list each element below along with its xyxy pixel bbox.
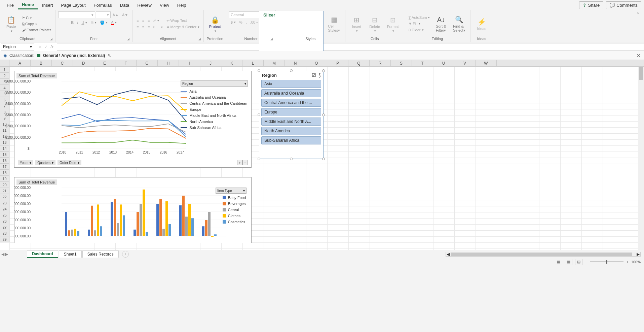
align-middle-button[interactable]: ≡ <box>141 18 146 23</box>
increase-decimal-button[interactable]: .00→ <box>249 20 260 25</box>
tab-formulas[interactable]: Formulas <box>90 1 116 9</box>
col-header[interactable]: V <box>454 60 476 66</box>
zoom-slider[interactable] <box>590 261 623 262</box>
fx-button[interactable]: fx <box>50 44 53 49</box>
chart-filter-orderdate[interactable]: Order Date ▾ <box>58 160 81 165</box>
select-all-corner[interactable] <box>0 60 9 66</box>
chart-filter-years[interactable]: Years ▾ <box>18 160 33 165</box>
row-header[interactable]: 15 <box>0 152 9 158</box>
name-box[interactable]: Region▾ <box>1 43 34 51</box>
row-header[interactable]: 16 <box>0 158 9 164</box>
col-header[interactable]: S <box>391 60 412 66</box>
row-header[interactable]: 13 <box>0 139 9 145</box>
cancel-formula-button[interactable]: ✕ <box>38 44 42 49</box>
col-header[interactable]: H <box>158 60 179 66</box>
slicer-item[interactable]: Europe <box>261 108 321 116</box>
tab-home[interactable]: Home <box>18 1 38 9</box>
align-top-button[interactable]: ≡ <box>135 18 140 23</box>
col-header[interactable]: F <box>115 60 137 66</box>
row-header[interactable]: 1 <box>0 67 9 73</box>
paste-button[interactable]: 📋 Paste <box>3 14 20 33</box>
col-header[interactable]: M <box>264 60 285 66</box>
format-cells-button[interactable]: ⊡Format <box>384 14 401 33</box>
share-button[interactable]: ⇪Share <box>579 1 603 9</box>
row-header[interactable]: 14 <box>0 145 9 152</box>
col-header[interactable]: K <box>221 60 242 66</box>
font-size-combo[interactable]: ▾ <box>96 11 111 18</box>
col-header[interactable]: W <box>476 60 497 66</box>
vertical-scrollbar[interactable] <box>638 67 644 250</box>
slicer-item[interactable]: North America <box>261 127 321 135</box>
row-header[interactable]: 4 <box>0 85 9 91</box>
row-header[interactable]: 11 <box>0 127 9 133</box>
chart-field-dropdown[interactable]: Region▾ <box>181 80 248 87</box>
col-header[interactable]: C <box>52 60 73 66</box>
view-normal-button[interactable]: ▦ <box>555 259 562 265</box>
col-header[interactable]: I <box>179 60 200 66</box>
comments-button[interactable]: 💬Comments <box>606 1 641 9</box>
col-header[interactable]: R <box>370 60 391 66</box>
cell-styles-button[interactable]: ▦CellStyles▾ <box>326 14 342 33</box>
accept-formula-button[interactable]: ✓ <box>44 44 48 49</box>
find-select-button[interactable]: 🔍Find &Select▾ <box>451 14 467 33</box>
row-header[interactable]: 26 <box>0 218 9 224</box>
tab-file[interactable]: File <box>3 1 18 9</box>
fill-button[interactable]: ▼ Fill <box>407 21 431 26</box>
row-header[interactable]: 23 <box>0 200 9 206</box>
slicer-item[interactable]: Middle East and North A... <box>261 118 321 126</box>
tab-pagelayout[interactable]: Page Layout <box>57 1 90 9</box>
chart-expand-button[interactable]: + <box>237 160 242 165</box>
slicer-item[interactable]: Asia <box>261 80 321 88</box>
sheet-nav-prev-button[interactable]: ◀ <box>1 252 4 257</box>
row-header[interactable]: 2 <box>0 73 9 79</box>
row-header[interactable]: 29 <box>0 236 9 242</box>
row-header[interactable]: 24 <box>0 206 9 212</box>
format-painter-button[interactable]: 🖌Format Painter <box>21 27 52 33</box>
chart-filter-quarters[interactable]: Quarters ▾ <box>35 160 55 165</box>
sheet-tab-dashboard[interactable]: Dashboard <box>27 250 58 258</box>
increase-font-button[interactable]: A▲ <box>111 12 120 18</box>
col-header[interactable]: E <box>94 60 115 66</box>
row-header[interactable]: 18 <box>0 170 9 176</box>
sheet-nav-next-button[interactable]: ▶ <box>5 252 8 257</box>
row-header[interactable]: 25 <box>0 212 9 218</box>
zoom-out-button[interactable]: − <box>585 260 587 264</box>
pivot-chart-revenue-by-itemtype[interactable]: Sum of Total Revenue $500,000,000.00 $45… <box>14 177 252 243</box>
orientation-button[interactable]: ⤢ <box>152 18 160 24</box>
row-header[interactable]: 19 <box>0 176 9 182</box>
indent-increase-button[interactable]: ⇥ <box>158 24 164 30</box>
col-header[interactable]: Q <box>348 60 370 66</box>
row-header[interactable]: 27 <box>0 224 9 230</box>
border-button[interactable]: ⊞ <box>89 20 98 26</box>
tab-review[interactable]: Review <box>133 1 156 9</box>
font-name-combo[interactable]: ▾ <box>58 11 95 18</box>
wrap-text-button[interactable]: ↩Wrap Text <box>165 18 201 24</box>
zoom-level[interactable]: 100% <box>631 260 641 264</box>
underline-button[interactable]: U <box>80 20 88 25</box>
alignment-launcher[interactable]: ◢ <box>198 37 201 41</box>
font-launcher[interactable]: ◢ <box>127 37 129 41</box>
collapse-ribbon-button[interactable]: ⌃ <box>632 10 644 42</box>
row-header[interactable]: 20 <box>0 182 9 188</box>
view-pagebreak-button[interactable]: ▤ <box>575 259 582 265</box>
chart-collapse-button[interactable]: − <box>242 160 248 165</box>
protect-button[interactable]: 🔒 Protect <box>206 14 223 33</box>
slicer-item[interactable]: Central America and the ... <box>261 99 321 107</box>
align-left-button[interactable]: ≡ <box>135 24 140 30</box>
tab-view[interactable]: View <box>156 1 173 9</box>
sheet-tab-sheet1[interactable]: Sheet1 <box>59 251 82 258</box>
col-header[interactable]: B <box>31 60 52 66</box>
number-launcher[interactable]: ◢ <box>270 37 273 41</box>
sheet-tab-sales[interactable]: Sales Records <box>82 251 119 258</box>
merge-center-button[interactable]: ⬌Merge & Center <box>165 24 201 30</box>
cut-button[interactable]: ✂Cut <box>21 15 52 21</box>
close-classification-button[interactable]: ✕ <box>637 53 641 58</box>
slicer-item[interactable]: Australia and Oceania <box>261 89 321 97</box>
col-header[interactable]: N <box>285 60 306 66</box>
tab-data[interactable]: Data <box>116 1 133 9</box>
col-header[interactable]: O <box>306 60 327 66</box>
clear-button[interactable]: ◇ Clear <box>407 27 431 33</box>
col-header[interactable]: J <box>200 60 221 66</box>
ideas-button[interactable]: ⚡Ideas <box>473 16 490 31</box>
zoom-in-button[interactable]: + <box>626 260 628 264</box>
